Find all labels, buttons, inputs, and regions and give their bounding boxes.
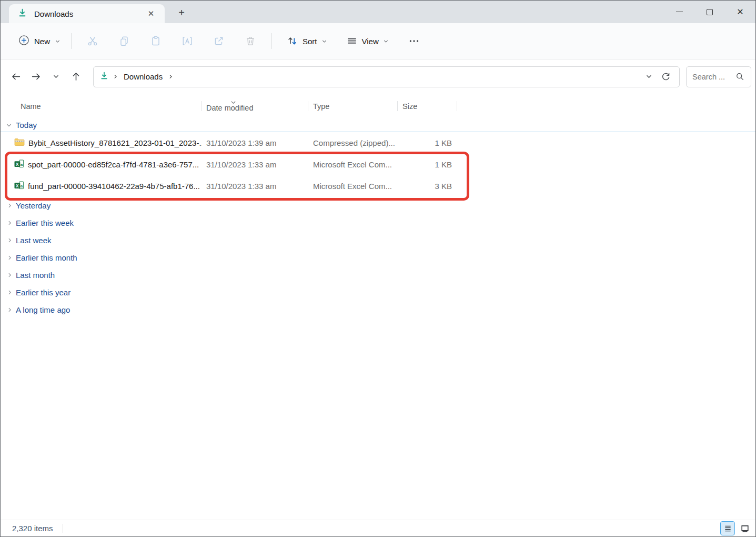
group-header-last-week[interactable]: Last week: [1, 232, 755, 249]
file-list-pane: Name Date modified Type Size Today Bybit…: [1, 94, 755, 520]
tab-close-icon[interactable]: ✕: [145, 7, 157, 20]
chevron-right-icon[interactable]: [113, 74, 118, 79]
view-lines-icon: [346, 35, 358, 47]
file-type: Microsoft Excel Com...: [308, 160, 398, 169]
delete-button[interactable]: [239, 31, 262, 52]
svg-text:X: X: [16, 161, 19, 166]
share-icon: [213, 35, 225, 47]
chevron-collapsed-icon: [7, 307, 13, 313]
file-name: fund_part-00000-39410462-22a9-4b75-afb1-…: [28, 182, 200, 191]
file-type: Microsoft Excel Com...: [308, 182, 398, 191]
group-label: Today: [16, 121, 37, 130]
address-dropdown-button[interactable]: [640, 69, 657, 85]
view-button[interactable]: View: [341, 32, 394, 51]
maximize-button[interactable]: [694, 1, 725, 23]
column-header-type[interactable]: Type: [308, 94, 398, 118]
search-box: [686, 66, 751, 87]
chevron-collapsed-icon: [7, 237, 13, 243]
arrow-right-icon: [31, 71, 42, 82]
copy-button[interactable]: [113, 31, 136, 52]
titlebar: Downloads ✕ + ✕: [1, 1, 755, 23]
download-icon: [100, 72, 108, 82]
rename-button[interactable]: [176, 31, 199, 52]
group-header-earlier-this-month[interactable]: Earlier this month: [1, 249, 755, 266]
group-label: Earlier this year: [16, 288, 70, 297]
back-button[interactable]: [6, 67, 26, 86]
zip-folder-icon: [14, 138, 25, 148]
sort-button-label: Sort: [303, 37, 317, 46]
new-button[interactable]: New: [13, 31, 66, 52]
svg-text:a: a: [21, 184, 23, 188]
details-view-button[interactable]: [720, 521, 735, 535]
arrow-left-icon: [11, 71, 22, 82]
copy-icon: [118, 35, 130, 47]
chevron-collapsed-icon: [7, 290, 13, 295]
group-header-today[interactable]: Today: [1, 118, 755, 132]
plus-circle-icon: [18, 35, 29, 48]
file-name: spot_part-00000-ed85f2ca-f7fd-4781-a3e6-…: [28, 160, 199, 169]
group-label: Earlier this week: [16, 218, 74, 227]
status-divider: [63, 524, 63, 533]
cut-button[interactable]: [81, 31, 104, 52]
chevron-right-icon[interactable]: [168, 74, 174, 79]
group-header-yesterday[interactable]: Yesterday: [1, 197, 755, 214]
file-row-spot-csv[interactable]: aX spot_part-00000-ed85f2ca-f7fd-4781-a3…: [1, 154, 755, 175]
group-header-last-month[interactable]: Last month: [1, 266, 755, 284]
group-header-a-long-time-ago[interactable]: A long time ago: [1, 301, 755, 319]
excel-csv-icon: aX: [14, 160, 24, 170]
forward-button[interactable]: [26, 67, 46, 86]
paste-icon: [150, 35, 162, 47]
maximize-icon: [707, 9, 713, 15]
sort-icon: [287, 35, 298, 47]
status-bar: 2,320 items: [1, 520, 755, 536]
paste-button[interactable]: [144, 31, 167, 52]
minimize-button[interactable]: [664, 1, 694, 23]
see-more-button[interactable]: [402, 31, 426, 52]
command-toolbar: New Sort View: [1, 23, 755, 59]
group-label: Last month: [16, 271, 55, 280]
new-tab-button[interactable]: +: [174, 5, 189, 20]
group-label: Last week: [16, 236, 52, 245]
file-size: 1 KB: [398, 138, 457, 147]
group-label: A long time ago: [16, 305, 70, 314]
minimize-icon: [676, 12, 683, 12]
file-row-zip[interactable]: Bybit_AssetHistory_8781621_2023-01-01_20…: [1, 132, 755, 154]
thumbnails-view-button[interactable]: [738, 521, 752, 535]
chevron-collapsed-icon: [7, 203, 13, 208]
chevron-down-icon: [646, 73, 652, 80]
share-button[interactable]: [207, 31, 230, 52]
address-input-box[interactable]: Downloads: [93, 66, 680, 87]
view-button-label: View: [362, 37, 379, 46]
up-button[interactable]: [66, 67, 86, 86]
file-date: 31/10/2023 1:33 am: [202, 160, 308, 169]
column-header-date-modified[interactable]: Date modified: [202, 94, 308, 118]
file-size: 1 KB: [398, 160, 457, 169]
group-header-earlier-this-year[interactable]: Earlier this year: [1, 284, 755, 301]
refresh-button[interactable]: [657, 69, 674, 85]
chevron-down-icon: [321, 38, 327, 44]
close-button[interactable]: ✕: [725, 1, 755, 23]
file-size: 3 KB: [398, 182, 457, 191]
column-header-name[interactable]: Name: [9, 94, 202, 118]
file-type: Compressed (zipped)...: [308, 138, 398, 147]
thumbnails-view-icon: [741, 524, 749, 533]
group-label: Earlier this month: [16, 253, 77, 262]
group-label: Yesterday: [16, 201, 51, 210]
chevron-collapsed-icon: [7, 255, 13, 261]
breadcrumb-downloads[interactable]: Downloads: [120, 71, 166, 83]
explorer-tab-downloads[interactable]: Downloads ✕: [9, 4, 165, 23]
tab-title: Downloads: [34, 9, 145, 18]
search-icon[interactable]: [735, 72, 744, 81]
excel-csv-icon: aX: [14, 181, 24, 192]
recent-locations-button[interactable]: [46, 67, 66, 86]
group-header-earlier-this-week[interactable]: Earlier this week: [1, 214, 755, 232]
svg-text:a: a: [21, 162, 23, 167]
file-row-fund-csv[interactable]: aX fund_part-00000-39410462-22a9-4b75-af…: [1, 175, 755, 197]
file-date: 31/10/2023 1:33 am: [202, 182, 308, 191]
column-header-size[interactable]: Size: [398, 94, 457, 118]
rename-icon: [182, 35, 193, 47]
sort-button[interactable]: Sort: [281, 32, 332, 51]
search-input[interactable]: [692, 73, 735, 81]
chevron-down-icon: [55, 38, 61, 44]
file-name: Bybit_AssetHistory_8781621_2023-01-01_20…: [28, 138, 202, 147]
